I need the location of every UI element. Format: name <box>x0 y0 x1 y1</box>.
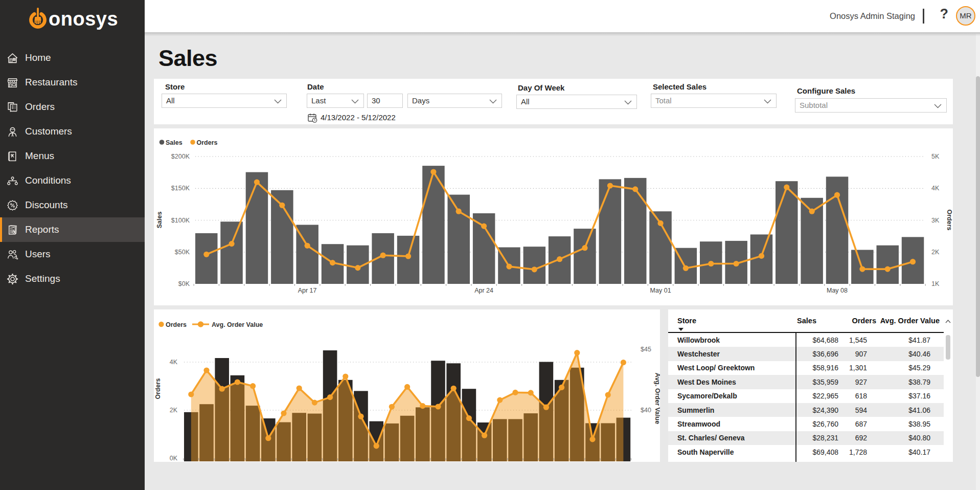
svg-text:3K: 3K <box>931 217 940 224</box>
svg-text:Sales: Sales <box>166 139 183 146</box>
svg-text:$100K: $100K <box>171 217 190 224</box>
svg-text:Orders: Orders <box>197 139 218 146</box>
svg-text:May 08: May 08 <box>827 287 848 294</box>
svg-text:Apr 17: Apr 17 <box>298 287 317 294</box>
svg-text:Apr 24: Apr 24 <box>474 287 493 294</box>
svg-text:4K: 4K <box>170 359 178 366</box>
svg-text:$50K: $50K <box>175 249 190 256</box>
svg-text:1K: 1K <box>931 280 940 287</box>
svg-text:May 01: May 01 <box>650 287 671 294</box>
svg-text:2K: 2K <box>931 249 940 256</box>
svg-text:$45: $45 <box>641 346 651 353</box>
svg-text:0K: 0K <box>170 455 178 462</box>
svg-text:$40: $40 <box>641 407 651 414</box>
svg-text:$150K: $150K <box>171 185 190 192</box>
svg-text:Orders: Orders <box>154 378 162 399</box>
svg-text:Orders: Orders <box>946 210 953 231</box>
svg-text:4K: 4K <box>931 185 940 192</box>
svg-text:$0K: $0K <box>178 280 190 287</box>
svg-text:Avg. Order Value: Avg. Order Value <box>212 321 263 328</box>
svg-text:2K: 2K <box>170 407 178 414</box>
svg-text:Avg. Order Value: Avg. Order Value <box>654 373 660 424</box>
svg-text:5K: 5K <box>931 153 940 160</box>
svg-text:Sales: Sales <box>156 212 163 229</box>
svg-text:$200K: $200K <box>171 153 190 160</box>
svg-text:Orders: Orders <box>166 321 187 328</box>
